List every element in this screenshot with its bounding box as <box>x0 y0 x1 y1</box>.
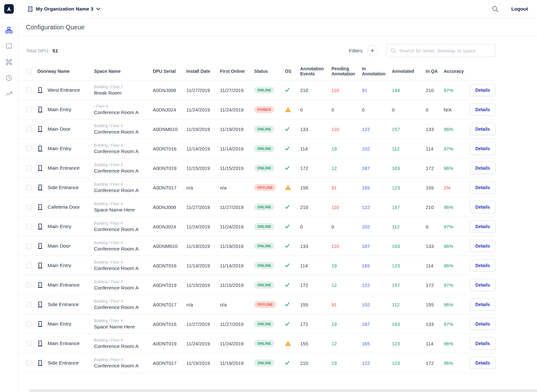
accuracy-value: 96% <box>444 165 469 171</box>
in-annotation-value: 122 <box>362 360 392 366</box>
details-button[interactable]: Details <box>470 318 495 330</box>
install-date: 11/14/2019 <box>186 263 220 268</box>
organization-switcher[interactable]: My Organization Name 3 <box>27 6 100 12</box>
col-in-qa[interactable]: In QA <box>426 69 444 74</box>
details-button[interactable]: Details <box>470 104 495 116</box>
details-button[interactable]: Details <box>470 220 495 233</box>
install-date: 11/27/2019 <box>186 204 220 210</box>
global-search-icon[interactable] <box>491 5 499 13</box>
details-button[interactable]: Details <box>470 279 495 291</box>
details-button[interactable]: Details <box>470 240 495 252</box>
row-checkbox[interactable] <box>26 341 32 346</box>
os-ok-icon <box>285 205 300 209</box>
filters-label: Filters <box>349 48 362 54</box>
os-ok-icon <box>285 224 300 229</box>
row-checkbox[interactable] <box>26 204 32 210</box>
logout-button[interactable]: Logout <box>511 6 528 12</box>
row-checkbox[interactable] <box>26 146 32 151</box>
os-ok-icon <box>285 166 300 170</box>
select-all-checkbox[interactable] <box>26 68 32 74</box>
col-annotated[interactable]: Annotated <box>392 69 426 74</box>
row-checkbox[interactable] <box>26 360 32 366</box>
in-annotation-value: 187 <box>362 321 392 327</box>
table-row: West Entrance Building / Floor 1 Break R… <box>18 81 495 100</box>
col-dpu-serial[interactable]: DPU Serial <box>153 69 186 74</box>
annotated-value: 163 <box>392 165 426 171</box>
details-button[interactable]: Details <box>470 259 495 272</box>
sidebar-item-history[interactable] <box>5 74 13 82</box>
door-icon <box>37 165 43 172</box>
annotation-events-value: 172 <box>300 282 331 288</box>
accuracy-value: 96% <box>444 360 469 366</box>
location-path: Building / Floor 4 <box>94 241 150 245</box>
doorway-name-cell: West Entrance <box>37 87 94 94</box>
col-pending-annotation[interactable]: Pending Annotation <box>331 66 362 76</box>
space-name: Conference Room A <box>94 363 150 369</box>
accuracy-value: 96% <box>444 243 469 249</box>
details-button[interactable]: Details <box>470 162 495 174</box>
col-first-online[interactable]: First Online <box>220 69 254 74</box>
dpu-serial: A0DNJ008 <box>153 88 186 93</box>
col-install-date[interactable]: Install Date <box>186 69 220 74</box>
col-accuracy[interactable]: Accuracy <box>444 69 469 74</box>
col-status[interactable]: Status <box>254 69 285 74</box>
row-checkbox[interactable] <box>26 263 32 268</box>
row-checkbox[interactable] <box>26 165 32 171</box>
doorway-name-cell: Side Entrance <box>37 360 94 366</box>
in-annotation-value: 91 <box>362 88 392 93</box>
row-checkbox[interactable] <box>26 243 32 249</box>
os-cell <box>285 185 300 190</box>
status-badge: ONLINE <box>254 126 274 133</box>
details-button[interactable]: Details <box>470 298 495 311</box>
accuracy-value: 96% <box>444 263 469 268</box>
in-qa-value: 172 <box>426 360 444 366</box>
row-checkbox[interactable] <box>26 107 32 112</box>
row-checkbox[interactable] <box>26 126 32 132</box>
details-button[interactable]: Details <box>470 337 495 350</box>
doorway-name: Cafeteria Door <box>48 204 80 210</box>
bottom-scroll-strip[interactable] <box>29 389 537 392</box>
annotated-value: 112 <box>392 302 426 307</box>
row-checkbox[interactable] <box>26 302 32 307</box>
sidebar-item-analytics[interactable] <box>5 90 13 98</box>
row-checkbox[interactable] <box>26 224 32 229</box>
doorway-name: Main Entrance <box>48 341 80 346</box>
space-name: Conference Room A <box>94 246 150 252</box>
col-os[interactable]: OS <box>285 69 300 74</box>
os-warning-icon <box>285 185 300 190</box>
sidebar-item-sitemap[interactable] <box>5 26 13 34</box>
row-checkbox[interactable] <box>26 185 32 190</box>
app-logo-icon[interactable] <box>4 4 14 14</box>
row-checkbox[interactable] <box>26 87 32 93</box>
table-row: Main Entry Building / Floor 4 Conference… <box>18 256 495 275</box>
details-button[interactable]: Details <box>470 201 495 213</box>
add-filter-button[interactable]: + <box>367 45 378 56</box>
col-space-name[interactable]: Space Name <box>94 69 153 74</box>
details-button[interactable]: Details <box>470 357 495 369</box>
row-checkbox[interactable] <box>26 321 32 327</box>
col-annotation-events[interactable]: Annotation Events <box>300 66 331 76</box>
col-in-annotation[interactable]: In Annotation <box>362 66 392 76</box>
doorway-name: Main Entry <box>48 224 71 229</box>
sidebar-item-devices[interactable] <box>5 42 13 50</box>
accuracy-value: 2% <box>444 185 469 190</box>
location-path: Building / Floor 4 <box>94 319 150 323</box>
details-button[interactable]: Details <box>470 181 495 194</box>
details-button[interactable]: Details <box>470 142 495 155</box>
row-checkbox[interactable] <box>26 282 32 288</box>
annotation-events-value: 0 <box>300 107 331 112</box>
table-search-box[interactable] <box>386 44 495 57</box>
sidebar-item-commands[interactable] <box>5 58 13 66</box>
details-button[interactable]: Details <box>470 123 495 135</box>
search-input[interactable] <box>399 48 491 53</box>
pending-annotation-value: 91 <box>331 185 362 190</box>
in-qa-value: 155 <box>426 302 444 307</box>
col-doorway-name[interactable]: Doorway Name <box>37 69 94 74</box>
accuracy-value: 96% <box>444 127 469 132</box>
doorway-name: Main Door <box>48 243 71 249</box>
pending-annotation-value: 110 <box>331 88 362 93</box>
table-row: Main Entry Building / Floor 4 Conference… <box>18 217 495 236</box>
details-button[interactable]: Details <box>470 84 495 96</box>
pending-annotation-value: 19 <box>331 360 362 366</box>
space-name-cell: Building / Floor 4 Conference Room A <box>94 241 153 252</box>
